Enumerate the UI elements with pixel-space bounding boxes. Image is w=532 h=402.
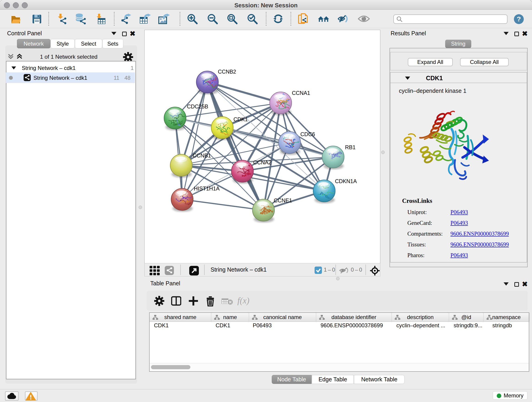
svg-text:CDK1: CDK1	[234, 116, 248, 122]
svg-text:CCNB2: CCNB2	[218, 69, 236, 75]
svg-text:CCNE1: CCNE1	[274, 198, 292, 204]
svg-text:CDC6: CDC6	[300, 131, 315, 137]
svg-text:CCNA2: CCNA2	[253, 160, 272, 166]
svg-text:CDC25B: CDC25B	[187, 104, 208, 109]
svg-text:CCNA1: CCNA1	[292, 90, 310, 96]
svg-text:CCNB1: CCNB1	[193, 153, 211, 159]
svg-text:RB1: RB1	[345, 144, 355, 150]
svg-text:HIST1H1A: HIST1H1A	[194, 186, 220, 191]
svg-text:CDKN1A: CDKN1A	[335, 178, 357, 184]
